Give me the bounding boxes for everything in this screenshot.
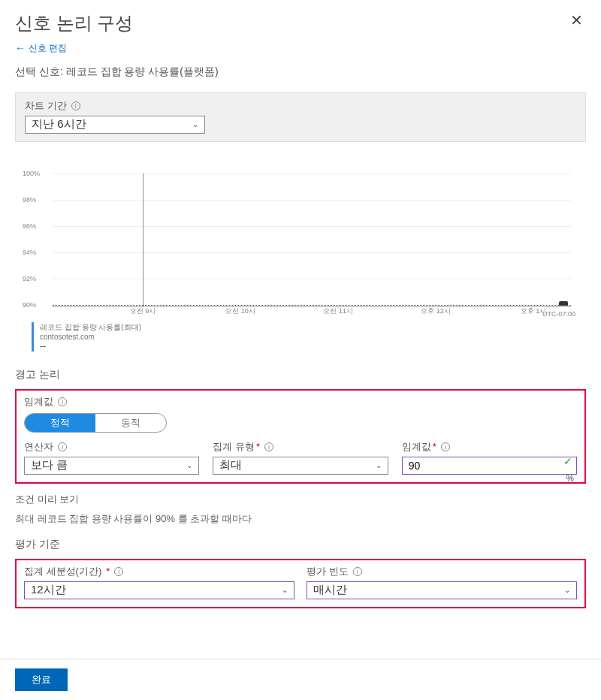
operator-value: 보다 큼 xyxy=(31,458,68,472)
threshold-value-input-wrap xyxy=(402,457,577,475)
frequency-value: 매시간 xyxy=(313,583,347,597)
chart-period-section: 차트 기간 지난 6시간 ⌄ xyxy=(15,92,586,142)
timezone-label: UTC-07:00 xyxy=(542,310,575,318)
threshold-value-label: 임계값 xyxy=(402,440,431,454)
evaluation-box: 집계 세분성(기간) * 12시간 ⌄ 평가 빈도 매시간 ⌄ xyxy=(15,559,586,608)
frequency-select[interactable]: 매시간 ⌄ xyxy=(307,581,577,599)
aggregation-select[interactable]: 최대 ⌄ xyxy=(213,457,388,475)
evaluation-label: 평가 기준 xyxy=(15,538,586,551)
granularity-select[interactable]: 12시간 ⌄ xyxy=(24,581,294,599)
data-point xyxy=(559,301,568,306)
info-icon[interactable] xyxy=(58,397,67,406)
info-icon[interactable] xyxy=(71,101,80,110)
chevron-down-icon: ⌄ xyxy=(282,586,288,594)
x-tick: 오전 11시 xyxy=(323,306,353,316)
threshold-unit: % xyxy=(566,473,574,484)
info-icon[interactable] xyxy=(58,442,67,451)
granularity-label: 집계 세분성(기간) xyxy=(24,565,101,578)
y-tick: 96% xyxy=(23,222,36,230)
info-icon[interactable] xyxy=(114,567,123,576)
operator-label: 연산자 xyxy=(24,440,53,454)
alert-logic-label: 경고 논리 xyxy=(15,368,586,382)
done-button[interactable]: 완료 xyxy=(15,668,68,691)
x-tick: 오전 10시 xyxy=(225,306,255,316)
y-tick: 92% xyxy=(23,275,36,282)
toggle-static[interactable]: 정적 xyxy=(25,414,95,432)
toggle-dynamic[interactable]: 동적 xyxy=(95,414,166,432)
legend-metric: 레코드 집합 용량 사용률(최대) xyxy=(40,322,578,333)
threshold-type-label: 임계값 xyxy=(24,395,53,409)
y-tick: 90% xyxy=(23,301,36,309)
info-icon[interactable] xyxy=(264,442,273,451)
legend-resource: contosotest.com xyxy=(40,333,578,341)
chart: 100% 98% 96% 94% 92% 90% 오전 9시 오전 10시 오전… xyxy=(23,166,578,316)
chevron-down-icon: ⌄ xyxy=(564,586,570,594)
x-tick: 오전 9시 xyxy=(130,306,156,316)
chevron-down-icon: ⌄ xyxy=(376,461,382,469)
preview-label: 조건 미리 보기 xyxy=(15,493,586,506)
legend-value: -- xyxy=(40,341,578,352)
cursor-line xyxy=(143,173,143,307)
granularity-value: 12시간 xyxy=(31,583,66,597)
preview-text: 최대 레코드 집합 용량 사용률이 90% 를 초과할 때마다 xyxy=(15,512,586,526)
footer: 완료 xyxy=(0,659,601,700)
info-icon[interactable] xyxy=(441,442,450,451)
selected-signal-text: 선택 신호: 레코드 집합 용량 사용률(플랫폼) xyxy=(15,65,586,79)
y-tick: 98% xyxy=(23,196,36,204)
close-icon[interactable]: ✕ xyxy=(567,11,586,29)
x-tick: 오후 12시 xyxy=(421,306,451,316)
aggregation-label: 집계 유형 xyxy=(213,440,255,454)
back-link[interactable]: 신호 편집 xyxy=(15,42,67,55)
chart-area: 100% 98% 96% 94% 92% 90% 오전 9시 오전 10시 오전… xyxy=(15,145,586,356)
frequency-label: 평가 빈도 xyxy=(307,565,349,578)
y-tick: 100% xyxy=(23,170,40,177)
y-tick: 94% xyxy=(23,249,36,256)
alert-logic-box: 임계값 정적 동적 연산자 보다 큼 ⌄ 집계 유형* xyxy=(15,389,586,484)
chevron-down-icon: ⌄ xyxy=(192,120,198,128)
page-title: 신호 논리 구성 xyxy=(15,11,133,35)
threshold-line xyxy=(53,305,571,306)
chevron-down-icon: ⌄ xyxy=(186,461,192,469)
aggregation-value: 최대 xyxy=(219,458,242,472)
chart-period-label: 차트 기간 xyxy=(25,99,67,113)
chart-period-select[interactable]: 지난 6시간 ⌄ xyxy=(25,116,205,134)
threshold-value-input[interactable] xyxy=(409,460,570,472)
threshold-type-toggle[interactable]: 정적 동적 xyxy=(24,413,167,433)
check-icon: ✓ xyxy=(563,455,572,467)
chart-legend: 레코드 집합 용량 사용률(최대) contosotest.com -- xyxy=(32,322,578,352)
chart-period-value: 지난 6시간 xyxy=(32,117,86,131)
operator-select[interactable]: 보다 큼 ⌄ xyxy=(24,457,199,475)
info-icon[interactable] xyxy=(353,567,362,576)
